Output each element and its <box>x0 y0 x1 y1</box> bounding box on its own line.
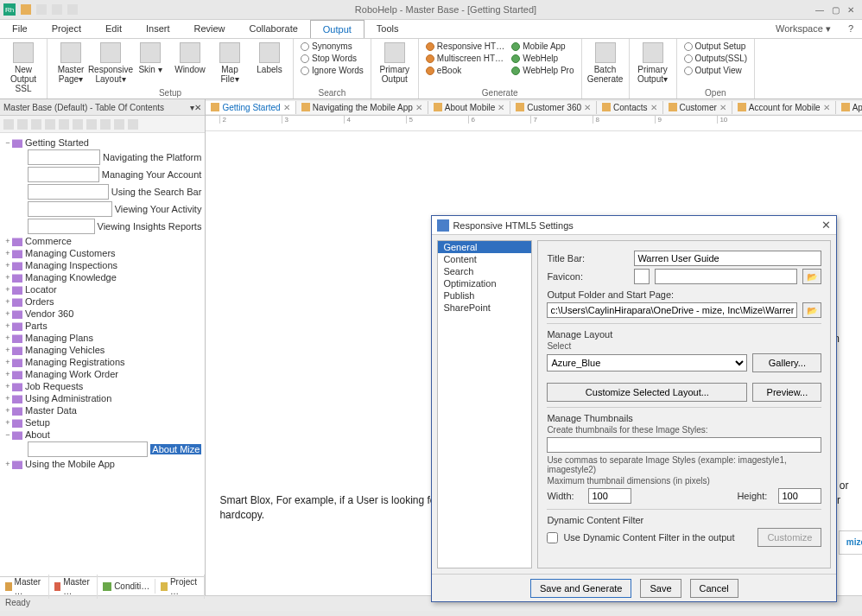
cancel-button[interactable]: Cancel <box>690 579 738 598</box>
dialog-nav-item[interactable]: Publish <box>438 289 531 302</box>
menu-output[interactable]: Output <box>310 20 364 38</box>
close-tab-icon[interactable]: ✕ <box>498 103 504 112</box>
toc-item[interactable]: +Locator <box>0 283 205 295</box>
ribbon-button[interactable]: Master Page▾ <box>53 41 89 84</box>
tool-icon[interactable] <box>128 119 138 130</box>
tool-icon[interactable] <box>73 119 83 130</box>
document-tab[interactable]: Ap… ✕ <box>836 101 862 114</box>
dcf-checkbox[interactable] <box>547 532 558 543</box>
menu-insert[interactable]: Insert <box>134 20 182 38</box>
outfolder-input[interactable] <box>547 302 797 318</box>
ribbon-button[interactable]: WebHelp <box>510 53 575 64</box>
toc-item[interactable]: +Using the Mobile App <box>0 458 205 470</box>
menu-tools[interactable]: Tools <box>364 20 411 38</box>
dialog-nav-item[interactable]: Search <box>438 265 531 277</box>
ribbon-button[interactable]: Stop Words <box>299 53 365 64</box>
toc-tab[interactable]: Master … <box>0 575 49 599</box>
toc-item[interactable]: +Vendor 360 <box>0 308 205 320</box>
ribbon-button[interactable]: Labels <box>251 41 288 74</box>
toc-tab[interactable]: Project … <box>155 575 205 599</box>
ribbon-button[interactable]: Window <box>172 41 208 74</box>
toc-item[interactable]: +Managing Knowledge <box>0 271 205 283</box>
menu-review[interactable]: Review <box>181 20 237 38</box>
document-tab[interactable]: Customer 360 ✕ <box>510 101 597 114</box>
dialog-nav[interactable]: GeneralContentSearchOptimizationPublishS… <box>437 240 532 568</box>
tool-icon[interactable] <box>100 119 111 130</box>
qat-icon[interactable] <box>52 4 62 15</box>
ribbon-button[interactable]: Responsive Layout▾ <box>92 41 129 84</box>
close-pane-icon[interactable]: ✕ <box>194 103 201 112</box>
tool-icon[interactable] <box>31 119 41 130</box>
ribbon-button[interactable]: Output Setup <box>682 41 750 52</box>
thumb-styles-input[interactable] <box>547 437 821 453</box>
ribbon-button[interactable]: Responsive HT… <box>424 41 506 52</box>
toc-tab[interactable]: Master … <box>49 575 98 599</box>
ribbon-button[interactable]: Mobile App <box>510 41 575 52</box>
toc-tree[interactable]: −Getting StartedNavigating the PlatformM… <box>0 133 205 576</box>
toc-item[interactable]: +Managing Customers <box>0 247 205 259</box>
toc-item[interactable]: +Job Requests <box>0 380 205 392</box>
toc-item[interactable]: Navigating the Platform <box>0 149 205 166</box>
ribbon-button[interactable]: Batch Generate <box>587 41 624 84</box>
ribbon-button[interactable]: Primary Output <box>377 41 413 84</box>
ribbon-button[interactable]: Primary Output▾ <box>635 41 671 84</box>
height-input[interactable] <box>778 488 821 504</box>
tool-icon[interactable] <box>86 119 97 130</box>
ribbon-button[interactable]: Skin ▾ <box>132 41 168 74</box>
close-tab-icon[interactable]: ✕ <box>283 103 290 112</box>
ribbon-button[interactable]: Outputs(SSL) <box>682 53 750 64</box>
tool-icon[interactable] <box>3 119 14 130</box>
dialog-nav-item[interactable]: SharePoint <box>438 302 531 314</box>
qat-icon[interactable] <box>21 4 31 15</box>
close-tab-icon[interactable]: ✕ <box>584 103 591 112</box>
minimize-icon[interactable]: — <box>814 3 826 16</box>
close-tab-icon[interactable]: ✕ <box>650 103 657 112</box>
save-button[interactable]: Save <box>640 579 681 598</box>
dialog-close-icon[interactable]: ✕ <box>821 219 831 232</box>
qat-icon[interactable] <box>36 4 47 15</box>
toc-item[interactable]: −Getting Started <box>0 137 205 149</box>
dialog-nav-item[interactable]: General <box>438 241 531 253</box>
ribbon-button[interactable]: eBook <box>424 65 506 76</box>
document-tab[interactable]: About Mobile ✕ <box>428 101 510 114</box>
toc-item[interactable]: +Using Administration <box>0 392 205 404</box>
toc-item[interactable]: Viewing Your Activity <box>0 200 205 218</box>
favicon-input[interactable] <box>655 269 797 284</box>
ribbon-button[interactable]: Ignore Words <box>299 65 365 76</box>
toc-item[interactable]: +Managing Vehicles <box>0 344 205 356</box>
titlebar-input[interactable] <box>634 251 821 266</box>
preview-button[interactable]: Preview... <box>752 383 821 402</box>
document-tab[interactable]: Customer ✕ <box>663 101 732 114</box>
workspace-dropdown[interactable]: Workspace ▾ <box>767 20 840 38</box>
close-tab-icon[interactable]: ✕ <box>823 103 830 112</box>
toc-item[interactable]: +Parts <box>0 320 205 332</box>
qat-icon[interactable] <box>67 4 78 15</box>
toc-item[interactable]: +Managing Plans <box>0 332 205 344</box>
toc-item[interactable]: +Setup <box>0 416 205 429</box>
toc-item[interactable]: +Managing Registrations <box>0 356 205 368</box>
ribbon-button[interactable]: Map File▾ <box>212 41 248 84</box>
ribbon-button[interactable]: Synonyms <box>299 41 365 52</box>
close-tab-icon[interactable]: ✕ <box>415 103 422 112</box>
toc-item[interactable]: +Master Data <box>0 404 205 416</box>
ribbon-button[interactable]: WebHelp Pro <box>510 65 575 76</box>
tool-icon[interactable] <box>45 119 55 130</box>
toc-item[interactable]: About Mize <box>0 441 205 458</box>
ribbon-button[interactable]: Multiscreen HT… <box>424 53 506 64</box>
tool-icon[interactable] <box>114 119 124 130</box>
browse-folder-button[interactable]: 📂 <box>802 302 821 318</box>
menu-project[interactable]: Project <box>40 20 93 38</box>
help-icon[interactable]: ? <box>840 20 862 38</box>
toc-item[interactable]: Managing Your Account <box>0 166 205 183</box>
gallery-button[interactable]: Gallery... <box>752 353 821 372</box>
document-tab[interactable]: Contacts ✕ <box>597 101 662 114</box>
save-generate-button[interactable]: Save and Generate <box>530 579 631 598</box>
menu-edit[interactable]: Edit <box>93 20 134 38</box>
toc-item[interactable]: +Commerce <box>0 235 205 247</box>
close-icon[interactable]: ✕ <box>845 3 857 16</box>
toc-item[interactable]: −About <box>0 429 205 441</box>
layout-select[interactable]: Azure_Blue <box>547 354 747 372</box>
menu-file[interactable]: File <box>0 20 40 38</box>
toc-item[interactable]: +Managing Inspections <box>0 259 205 271</box>
toc-item[interactable]: Viewing Insights Reports <box>0 218 205 235</box>
